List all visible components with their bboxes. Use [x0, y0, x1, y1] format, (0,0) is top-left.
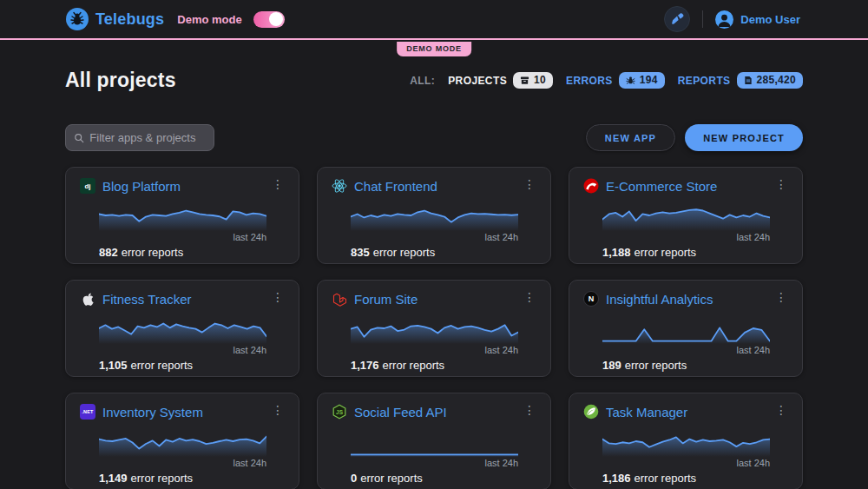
error-sparkline-chart [351, 313, 518, 344]
toggle-knob [269, 12, 283, 26]
header-divider [702, 10, 703, 28]
django-icon: dj [80, 178, 95, 194]
project-name-link[interactable]: Task Manager [606, 405, 687, 420]
projects-grid: dj Blog Platform ⋮ last 24h 882error rep… [65, 167, 803, 489]
svg-text:JS: JS [336, 409, 344, 415]
error-sparkline-chart [602, 200, 770, 231]
error-sparkline-chart [602, 426, 770, 457]
card-menu-button[interactable]: ⋮ [268, 289, 287, 305]
apple-icon [80, 291, 95, 307]
brand-name: Telebugs [95, 10, 164, 29]
card-menu-button[interactable]: ⋮ [772, 402, 791, 418]
card-menu-button[interactable]: ⋮ [268, 402, 287, 418]
last-24h-label: last 24h [99, 458, 266, 468]
error-sparkline-chart [99, 200, 266, 231]
card-menu-button[interactable]: ⋮ [268, 176, 287, 192]
error-report-count: 882error reports [99, 246, 285, 259]
project-name-link[interactable]: Blog Platform [102, 179, 181, 194]
error-sparkline-chart [602, 313, 770, 344]
new-project-button[interactable]: NEW PROJECT [685, 124, 803, 151]
error-report-count: 1,188error reports [602, 246, 788, 259]
card-menu-button[interactable]: ⋮ [772, 289, 791, 305]
project-card: N Insightful Analytics ⋮ last 24h 189err… [569, 280, 803, 377]
last-24h-label: last 24h [602, 345, 770, 355]
project-card: Task Manager ⋮ last 24h 1,186error repor… [569, 393, 803, 489]
stat-projects[interactable]: PROJECTS 10 [448, 72, 553, 89]
card-menu-button[interactable]: ⋮ [520, 289, 539, 305]
project-name-link[interactable]: Forum Site [354, 292, 418, 307]
errors-label: ERRORS [566, 75, 613, 87]
error-report-count: 1,176error reports [351, 359, 536, 372]
spring-icon [583, 404, 599, 420]
project-card: JS Social Feed API ⋮ last 24h 0error rep… [317, 393, 551, 489]
user-menu[interactable]: Demo User [715, 10, 800, 29]
project-card: .NET Inventory System ⋮ last 24h 1,149er… [65, 393, 299, 489]
project-card: dj Blog Platform ⋮ last 24h 882error rep… [65, 167, 299, 264]
telebugs-logo-bug-icon [66, 8, 89, 30]
dotnet-icon: .NET [80, 404, 95, 420]
error-report-count: 835error reports [351, 246, 536, 259]
card-menu-button[interactable]: ⋮ [520, 176, 539, 192]
stat-reports[interactable]: REPORTS 285,420 [678, 72, 803, 89]
paintbrush-icon [671, 13, 684, 26]
reports-count-badge: 285,420 [737, 72, 803, 89]
project-card: E-Commerce Store ⋮ last 24h 1,188error r… [569, 167, 803, 264]
card-menu-button[interactable]: ⋮ [520, 402, 539, 418]
last-24h-label: last 24h [99, 232, 266, 242]
project-name-link[interactable]: Fitness Tracker [102, 292, 192, 307]
top-bar: Telebugs Demo mode Demo User [0, 0, 868, 40]
archive-icon [520, 76, 529, 85]
last-24h-label: last 24h [99, 345, 266, 355]
project-card: Chat Frontend ⋮ last 24h 835error report… [317, 167, 551, 264]
bug-icon [626, 76, 635, 85]
reports-label: REPORTS [678, 75, 731, 87]
theme-button[interactable] [664, 6, 690, 32]
project-name-link[interactable]: Social Feed API [354, 405, 447, 420]
error-report-count: 1,149error reports [99, 472, 285, 485]
error-sparkline-chart [351, 200, 518, 231]
search-icon [74, 132, 84, 144]
stat-errors[interactable]: ERRORS 194 [566, 72, 665, 89]
demo-mode-label: Demo mode [177, 13, 241, 26]
filter-box [65, 124, 214, 151]
project-card: Forum Site ⋮ last 24h 1,176error reports [317, 280, 551, 377]
svg-text:N: N [589, 294, 595, 303]
rails-icon [583, 178, 599, 194]
stats-summary: ALL: PROJECTS 10 ERRORS [410, 72, 803, 89]
last-24h-label: last 24h [351, 345, 518, 355]
error-sparkline-chart [99, 426, 266, 457]
projects-label: PROJECTS [448, 75, 507, 87]
project-name-link[interactable]: Chat Frontend [354, 179, 437, 194]
stats-all-label: ALL: [410, 75, 435, 87]
error-report-count: 0error reports [351, 472, 536, 485]
reports-count: 285,420 [757, 74, 796, 86]
main-content: All projects ALL: PROJECTS 10 ERRORS [0, 69, 868, 489]
new-app-button[interactable]: NEW APP [586, 124, 675, 151]
react-icon [332, 178, 347, 194]
project-name-link[interactable]: Inventory System [102, 405, 203, 420]
demo-mode-toggle[interactable] [253, 11, 285, 28]
error-report-count: 1,186error reports [602, 472, 788, 485]
project-name-link[interactable]: E-Commerce Store [606, 179, 717, 194]
nodejs-icon: JS [332, 404, 347, 420]
error-report-count: 1,105error reports [99, 359, 285, 372]
errors-count: 194 [640, 74, 658, 86]
card-menu-button[interactable]: ⋮ [772, 176, 791, 192]
filter-input[interactable] [89, 131, 206, 144]
nextjs-icon: N [583, 291, 599, 307]
document-icon [744, 76, 753, 85]
project-name-link[interactable]: Insightful Analytics [606, 292, 713, 307]
laravel-icon [332, 291, 347, 307]
projects-count-badge: 10 [513, 72, 553, 89]
brand[interactable]: Telebugs [66, 8, 164, 30]
demo-mode-badge: DEMO MODE [397, 42, 471, 56]
user-name: Demo User [740, 13, 800, 26]
projects-count: 10 [534, 74, 546, 86]
errors-count-badge: 194 [619, 72, 665, 89]
error-sparkline-chart [99, 313, 266, 344]
user-avatar-icon [715, 10, 733, 29]
last-24h-label: last 24h [602, 232, 770, 242]
page-title: All projects [65, 69, 176, 92]
last-24h-label: last 24h [602, 458, 770, 468]
project-card: Fitness Tracker ⋮ last 24h 1,105error re… [65, 280, 299, 377]
